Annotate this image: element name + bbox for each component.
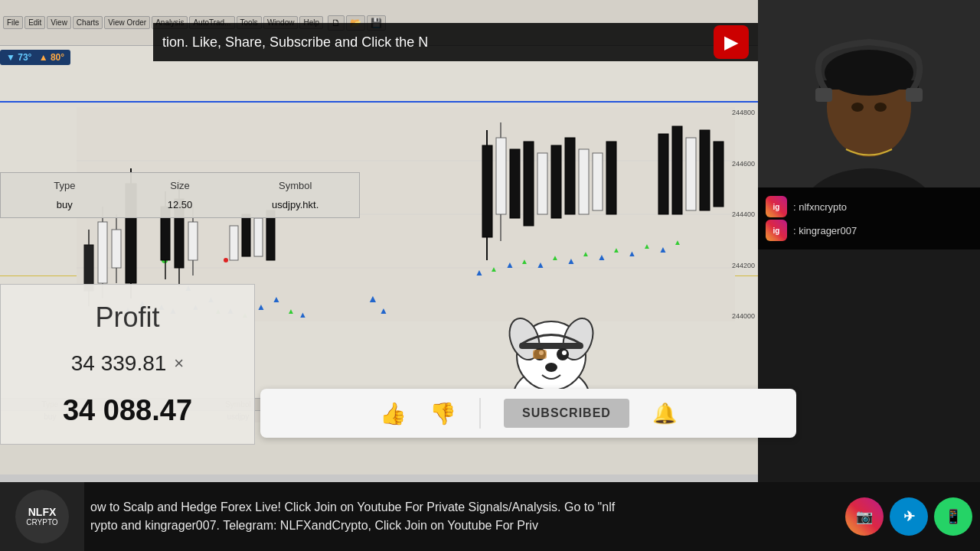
svg-text:▲: ▲: [597, 252, 606, 262]
svg-text:▲: ▲: [490, 265, 498, 273]
chart-hline-blue: [0, 101, 758, 103]
svg-rect-36: [242, 214, 250, 256]
svg-text:▲: ▲: [582, 249, 590, 258]
svg-rect-100: [906, 88, 923, 102]
social-info-panel: ig : nlfxncrypto ig : kingrager007: [758, 187, 980, 249]
toolbar-btn-file[interactable]: File: [3, 16, 23, 29]
profit-close-button[interactable]: ×: [174, 354, 184, 373]
bottom-telegram-button[interactable]: ✈: [890, 497, 928, 536]
svg-rect-76: [700, 130, 710, 210]
whatsapp-glyph: 📱: [945, 508, 962, 525]
logo-nlfx: NLFX: [28, 506, 57, 519]
price-tick-1: 244800: [723, 109, 755, 116]
svg-text:▲: ▲: [505, 259, 514, 270]
price-tick-4: 244200: [723, 262, 755, 269]
instagram-glyph: 📷: [856, 508, 873, 525]
svg-text:▲: ▲: [628, 249, 636, 258]
social-row-1: ig : nlfxncrypto: [766, 196, 972, 217]
svg-text:▲: ▲: [643, 242, 651, 250]
logo-crypto: CRYPTO: [26, 518, 57, 527]
svg-rect-74: [672, 126, 682, 214]
svg-text:▲: ▲: [551, 253, 559, 262]
svg-text:▲: ▲: [299, 310, 307, 319]
bottom-whatsapp-button[interactable]: 📱: [934, 497, 972, 536]
webcam-area: [758, 0, 980, 187]
svg-rect-37: [254, 218, 263, 256]
svg-text:▲: ▲: [368, 292, 378, 305]
instagram-icon-2: ig: [766, 220, 787, 241]
weather-high: ▲ 80°: [39, 52, 64, 63]
trade-size-value: 12.50: [122, 199, 238, 210]
price-scale: 244800 244600 244400 244200 244000: [720, 107, 758, 321]
svg-text:▲: ▲: [536, 259, 545, 270]
price-tick-3: 244400: [723, 210, 755, 218]
profit-amount: 34 339.81: [71, 351, 167, 376]
bottom-instagram-button[interactable]: 📷: [845, 497, 884, 536]
subscribed-button[interactable]: SUBSCRIBED: [504, 399, 629, 428]
svg-text:▲: ▲: [612, 246, 620, 254]
toolbar-btn-edit[interactable]: Edit: [24, 16, 45, 29]
weather-panel: ▼ 73° ▲ 80°: [0, 50, 70, 65]
youtube-play-icon: ▶: [724, 31, 738, 53]
toolbar-btn-view[interactable]: View: [47, 16, 71, 29]
bottom-logo: NLFX CRYPTO: [0, 482, 84, 551]
svg-text:▲: ▲: [521, 257, 528, 266]
bottom-bar: NLFX CRYPTO ow to Scalp and Hedge Forex …: [0, 482, 980, 551]
trade-type-value: buy: [7, 199, 122, 210]
youtube-subscribe-button[interactable]: ▶: [714, 25, 749, 59]
svg-text:▲: ▲: [674, 238, 681, 246]
svg-rect-35: [230, 226, 238, 260]
svg-point-89: [545, 363, 557, 372]
subscribe-bar: 👍 👎 SUBSCRIBED 🔔: [260, 389, 796, 438]
scroll-line-1: ow to Scalp and Hedge Forex Live! Click …: [90, 498, 831, 517]
svg-rect-57: [593, 153, 603, 210]
notification-bell-button[interactable]: 🔔: [652, 402, 677, 425]
weather-low: ▼ 73°: [6, 52, 31, 63]
svg-rect-90: [533, 350, 547, 359]
yt-notification-text: tion. Like, Share, Subscribe and Click t…: [162, 34, 714, 51]
yt-notification-bar: tion. Like, Share, Subscribe and Click t…: [153, 23, 758, 61]
svg-point-101: [851, 103, 864, 112]
telegram-glyph: ✈: [903, 508, 915, 525]
svg-rect-54: [551, 145, 561, 218]
svg-text:▲: ▲: [475, 267, 484, 278]
svg-text:▲: ▲: [379, 305, 388, 316]
streamer-webcam: [758, 0, 980, 187]
svg-point-88: [562, 350, 567, 355]
logo-circle: NLFX CRYPTO: [15, 490, 69, 543]
profit-value-row: 34 339.81 ×: [71, 351, 184, 376]
like-button[interactable]: 👍: [380, 401, 407, 426]
svg-text:▲: ▲: [272, 294, 281, 305]
dislike-button[interactable]: 👎: [430, 401, 456, 426]
profit-label: Profit: [95, 302, 159, 334]
svg-point-34: [224, 258, 228, 262]
svg-rect-73: [658, 134, 668, 214]
social-row-2: ig : kingrager007: [766, 220, 972, 241]
bottom-social-icons: 📷 ✈ 📱: [838, 497, 980, 536]
trade-size-header: Size: [122, 180, 238, 191]
svg-text:▲: ▲: [658, 244, 668, 255]
profit-total: 34 088.47: [63, 394, 192, 427]
divider: [479, 398, 481, 429]
svg-rect-45: [482, 145, 492, 237]
toolbar-btn-charts[interactable]: Charts: [73, 16, 103, 29]
scroll-line-2: rypto and kingrager007. Telegram: NLFXan…: [90, 517, 831, 535]
svg-rect-55: [565, 138, 575, 214]
bottom-scroll-text: ow to Scalp and Hedge Forex Live! Click …: [84, 498, 838, 535]
toolbar-btn-view-order[interactable]: View Order: [104, 16, 150, 29]
svg-rect-27: [188, 222, 198, 260]
social-handle-2: : kingrager007: [793, 225, 857, 236]
trade-symbol-header: Symbol: [237, 180, 353, 191]
svg-rect-10: [112, 230, 121, 268]
svg-text:▲: ▲: [287, 307, 295, 315]
trade-info-panel: Type Size Symbol buy 12.50 usdjpy.hkt.: [0, 172, 360, 218]
trade-type-header: Type: [7, 180, 122, 191]
svg-rect-84: [519, 343, 583, 349]
svg-rect-99: [815, 88, 832, 102]
price-tick-2: 244600: [723, 160, 755, 168]
svg-rect-48: [496, 138, 506, 214]
instagram-icon: ig: [766, 196, 787, 217]
svg-rect-56: [579, 149, 589, 214]
price-tick-5: 244000: [723, 312, 755, 320]
svg-point-102: [874, 103, 887, 112]
